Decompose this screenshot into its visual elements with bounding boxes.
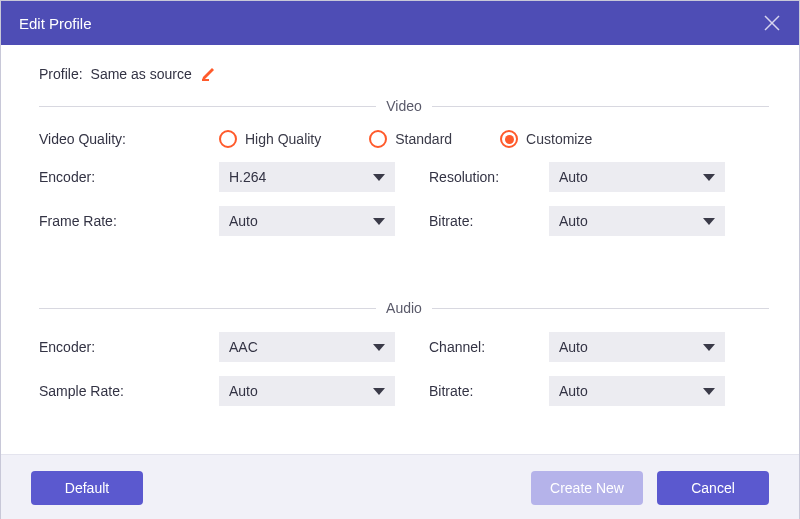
video-resolution-label: Resolution: xyxy=(429,169,549,185)
select-value: Auto xyxy=(559,383,588,399)
audio-channel-select[interactable]: Auto xyxy=(549,332,725,362)
footer: Default Create New Cancel xyxy=(1,454,799,519)
chevron-down-icon xyxy=(703,218,715,225)
edit-icon[interactable] xyxy=(200,63,218,84)
radio-icon xyxy=(500,130,518,148)
select-value: H.264 xyxy=(229,169,266,185)
audio-samplerate-label: Sample Rate: xyxy=(39,383,219,399)
video-framerate-select[interactable]: Auto xyxy=(219,206,395,236)
window-title: Edit Profile xyxy=(19,15,92,32)
video-quality-label: Video Quality: xyxy=(39,131,219,147)
default-button[interactable]: Default xyxy=(31,471,143,505)
audio-section-divider: Audio xyxy=(39,300,769,316)
create-new-button[interactable]: Create New xyxy=(531,471,643,505)
radio-icon xyxy=(369,130,387,148)
profile-value: Same as source xyxy=(91,66,192,82)
select-value: Auto xyxy=(559,169,588,185)
video-encoder-select[interactable]: H.264 xyxy=(219,162,395,192)
select-value: Auto xyxy=(559,213,588,229)
video-quality-radios: High Quality Standard Customize xyxy=(219,130,769,148)
audio-section-title: Audio xyxy=(386,300,422,316)
audio-encoder-select[interactable]: AAC xyxy=(219,332,395,362)
chevron-down-icon xyxy=(373,218,385,225)
audio-bitrate-label: Bitrate: xyxy=(429,383,549,399)
select-value: Auto xyxy=(229,383,258,399)
video-framerate-label: Frame Rate: xyxy=(39,213,219,229)
chevron-down-icon xyxy=(703,344,715,351)
select-value: Auto xyxy=(559,339,588,355)
chevron-down-icon xyxy=(373,344,385,351)
select-value: AAC xyxy=(229,339,258,355)
profile-row: Profile: Same as source xyxy=(39,63,769,84)
video-encoder-label: Encoder: xyxy=(39,169,219,185)
dialog-body: Profile: Same as source Video Video Qual… xyxy=(1,45,799,454)
radio-icon xyxy=(219,130,237,148)
close-icon[interactable] xyxy=(763,14,781,32)
video-bitrate-select[interactable]: Auto xyxy=(549,206,725,236)
audio-channel-label: Channel: xyxy=(429,339,549,355)
chevron-down-icon xyxy=(373,174,385,181)
radio-standard[interactable]: Standard xyxy=(369,130,452,148)
video-resolution-select[interactable]: Auto xyxy=(549,162,725,192)
radio-label: Standard xyxy=(395,131,452,147)
cancel-button[interactable]: Cancel xyxy=(657,471,769,505)
video-bitrate-label: Bitrate: xyxy=(429,213,549,229)
chevron-down-icon xyxy=(373,388,385,395)
audio-bitrate-select[interactable]: Auto xyxy=(549,376,725,406)
radio-label: Customize xyxy=(526,131,592,147)
audio-samplerate-select[interactable]: Auto xyxy=(219,376,395,406)
edit-profile-window: Edit Profile Profile: Same as source Vid… xyxy=(0,0,800,519)
audio-encoder-label: Encoder: xyxy=(39,339,219,355)
chevron-down-icon xyxy=(703,174,715,181)
radio-customize[interactable]: Customize xyxy=(500,130,592,148)
video-section-divider: Video xyxy=(39,98,769,114)
video-section-title: Video xyxy=(386,98,422,114)
chevron-down-icon xyxy=(703,388,715,395)
titlebar: Edit Profile xyxy=(1,1,799,45)
select-value: Auto xyxy=(229,213,258,229)
radio-high-quality[interactable]: High Quality xyxy=(219,130,321,148)
radio-label: High Quality xyxy=(245,131,321,147)
profile-label: Profile: xyxy=(39,66,83,82)
